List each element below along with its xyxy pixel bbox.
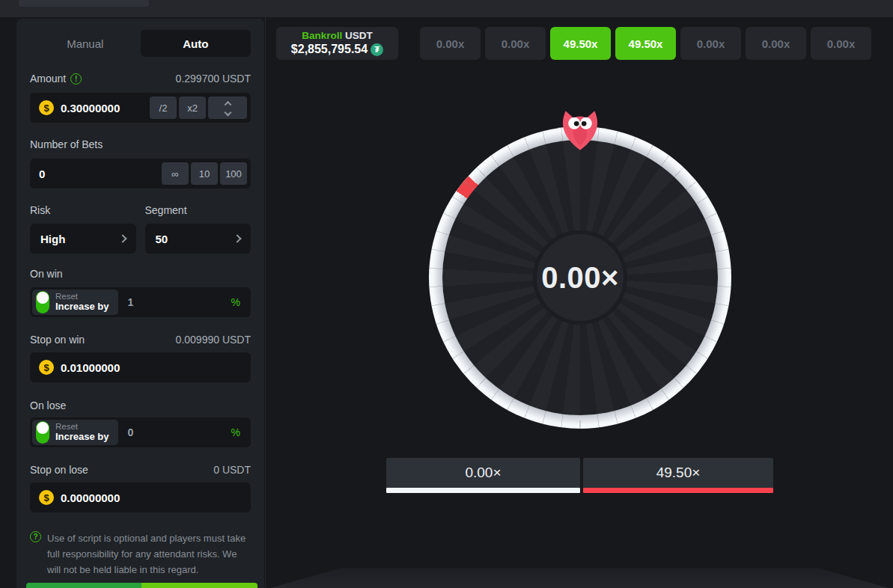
game-tab-remnant[interactable] [19, 0, 149, 7]
result-lose-multiplier: 0.00× [386, 458, 580, 488]
amount-value[interactable]: 0.30000000 [61, 102, 150, 114]
stop-on-lose-label-row: Stop on lose 0 USDT [30, 464, 251, 476]
current-multiplier: 0.00× [541, 261, 619, 295]
hundred-bets-button[interactable]: 100 [220, 162, 247, 185]
start-autobet-button[interactable] [26, 583, 257, 588]
segment-value: 50 [156, 233, 168, 245]
on-lose-value[interactable]: 0 [128, 426, 231, 438]
stop-on-win-fiat: 0.009990 USDT [176, 334, 251, 346]
stop-on-win-value[interactable]: 0.01000000 [61, 361, 247, 374]
infinity-bets-button[interactable]: ∞ [162, 162, 189, 185]
percent-sign: % [231, 426, 240, 438]
number-of-bets-label: Number of Bets [30, 138, 103, 150]
segment-label: Segment [145, 204, 252, 216]
multiplier-history: 0.00x 0.00x 49.50x 49.50x 0.00x 0.00x 0.… [420, 27, 871, 60]
risk-segment-row: Risk High Segment 50 [30, 204, 251, 254]
bankroll-currency: USDT [345, 30, 373, 41]
amount-label: Amount ! [30, 73, 82, 85]
amount-stepper[interactable] [208, 97, 247, 119]
percent-sign: % [231, 296, 240, 308]
stop-on-lose-input[interactable]: $ 0.00000000 [30, 483, 251, 512]
number-of-bets-input[interactable]: 0 ∞ 10 100 [30, 159, 251, 189]
wheel: 0.00× [429, 126, 731, 429]
stop-on-lose-label: Stop on lose [30, 464, 88, 476]
on-lose-row: Reset Increase by 0 % [30, 417, 251, 447]
on-win-toggle[interactable]: Reset Increase by [32, 290, 118, 315]
top-bar [0, 0, 893, 17]
toggle-switch-icon[interactable] [36, 421, 49, 444]
tab-manual[interactable]: Manual [30, 30, 141, 57]
number-of-bets-value[interactable]: 0 [39, 168, 162, 180]
bankroll-label: Bankroll [302, 30, 342, 41]
chevron-right-icon [233, 234, 241, 242]
bankroll-box: Bankroll USDT $2,855,795.54 ₮ [276, 27, 398, 60]
double-bet-button[interactable]: x2 [179, 97, 206, 119]
result-lose-underline [386, 488, 580, 493]
risk-value: High [40, 233, 65, 245]
increase-by-option[interactable]: Increase by [55, 301, 109, 313]
bet-control-panel: Manual Auto Amount ! 0.299700 USDT $ 0.3… [16, 19, 264, 588]
wheel-hub: 0.00× [533, 230, 627, 325]
amount-label-row: Amount ! 0.299700 USDT [30, 73, 251, 85]
result-bars: 0.00× 49.50× [386, 458, 773, 493]
owl-pointer-icon [562, 109, 598, 151]
chevron-down-icon[interactable] [224, 108, 231, 116]
help-icon: ? [30, 531, 41, 542]
multiplier-history-badge[interactable]: 49.50x [615, 27, 676, 60]
multiplier-history-badge[interactable]: 0.00x [746, 27, 806, 60]
badge-label: 49.50x [629, 37, 663, 50]
on-win-row: Reset Increase by 1 % [30, 287, 251, 317]
badge-label: 0.00x [436, 37, 465, 50]
result-win-multiplier: 49.50× [583, 458, 773, 488]
coin-icon: $ [39, 360, 54, 375]
stop-on-win-label: Stop on win [30, 334, 85, 346]
amount-input[interactable]: $ 0.30000000 /2 x2 [30, 93, 251, 123]
risk-label: Risk [30, 204, 136, 216]
amount-fiat-value: 0.299700 USDT [176, 73, 251, 85]
badge-label: 0.00x [827, 37, 856, 50]
bankroll-amount: $2,855,795.54 [291, 42, 368, 57]
badge-label: 0.00x [502, 37, 530, 50]
coin-icon: $ [39, 100, 54, 115]
on-lose-label: On lose [30, 399, 251, 411]
floor-shadow [270, 568, 889, 588]
stop-on-lose-value[interactable]: 0.00000000 [61, 491, 247, 504]
disclaimer-text: Use of script is optional and players mu… [47, 531, 251, 578]
on-win-value[interactable]: 1 [128, 296, 231, 308]
badge-label: 49.50x [564, 37, 598, 50]
increase-by-option[interactable]: Increase by [55, 432, 109, 443]
toggle-switch-icon[interactable] [36, 291, 49, 313]
bets-label-row: Number of Bets [30, 138, 251, 150]
badge-label: 0.00x [762, 37, 790, 50]
risk-select[interactable]: High [30, 224, 136, 254]
result-bar-win: 49.50× [583, 458, 773, 493]
coin-icon: $ [39, 490, 54, 505]
stop-on-win-input[interactable]: $ 0.01000000 [30, 352, 251, 382]
multiplier-history-badge[interactable]: 0.00x [811, 27, 871, 60]
multiplier-history-badge[interactable]: 0.00x [485, 27, 546, 60]
on-win-label: On win [30, 268, 251, 280]
result-win-underline [583, 488, 773, 493]
ten-bets-button[interactable]: 10 [191, 162, 218, 185]
tether-icon: ₮ [371, 43, 383, 56]
stop-on-win-label-row: Stop on win 0.009990 USDT [30, 334, 251, 346]
stop-on-lose-fiat: 0 USDT [213, 464, 251, 476]
mode-tabs: Manual Auto [30, 30, 251, 57]
tab-auto[interactable]: Auto [141, 30, 252, 57]
multiplier-history-badge[interactable]: 0.00x [420, 27, 481, 60]
multiplier-history-badge[interactable]: 0.00x [680, 27, 741, 60]
info-icon: ! [70, 73, 82, 85]
script-disclaimer: ? Use of script is optional and players … [30, 531, 251, 578]
game-area: Bankroll USDT $2,855,795.54 ₮ 0.00x 0.00… [266, 17, 893, 588]
half-bet-button[interactable]: /2 [150, 97, 177, 119]
badge-label: 0.00x [697, 37, 725, 50]
on-lose-toggle[interactable]: Reset Increase by [32, 420, 118, 445]
multiplier-history-badge[interactable]: 49.50x [550, 27, 611, 60]
segment-select[interactable]: 50 [145, 224, 252, 254]
result-bar-lose: 0.00× [386, 458, 580, 493]
chevron-up-icon[interactable] [224, 100, 231, 108]
chevron-right-icon [118, 234, 127, 242]
